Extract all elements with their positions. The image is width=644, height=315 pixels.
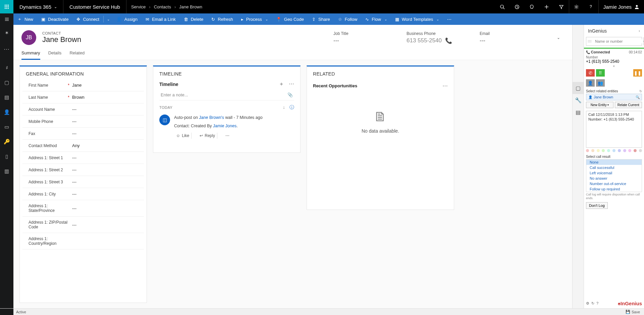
task-icon[interactable] bbox=[510, 0, 525, 13]
call-result-option[interactable]: No answer bbox=[586, 176, 642, 181]
panel-help-icon[interactable]: ? bbox=[596, 301, 598, 306]
email-value[interactable]: --- bbox=[480, 37, 485, 44]
related-entity[interactable]: 👤 Jane Brown 🔍 bbox=[586, 94, 642, 100]
delete-button[interactable]: 🗑Delete bbox=[180, 13, 208, 25]
attach-icon[interactable]: 📎 bbox=[287, 92, 293, 97]
sidebar-icon-5[interactable]: ▭ bbox=[0, 120, 13, 134]
related-entity-link[interactable]: Jane Brown bbox=[594, 95, 613, 99]
app-launcher[interactable] bbox=[0, 0, 13, 13]
deactivate-button[interactable]: ▣Deactivate bbox=[37, 13, 72, 25]
new-button[interactable]: ＋New bbox=[13, 13, 37, 25]
field-value[interactable]: --- bbox=[72, 167, 76, 172]
search-entity-icon[interactable]: 🔍 bbox=[636, 95, 640, 99]
crumb-service[interactable]: Service bbox=[131, 4, 146, 9]
tab-summary[interactable]: Summary bbox=[21, 48, 40, 60]
side-tab-2[interactable]: 🔧 bbox=[573, 94, 584, 106]
dialpad-icon[interactable]: ⁝⁝⁝ bbox=[586, 39, 593, 44]
field-value[interactable]: --- bbox=[72, 131, 76, 136]
related-more[interactable]: ⋯ bbox=[442, 83, 448, 89]
field-value[interactable]: --- bbox=[72, 155, 76, 160]
call-result-option[interactable]: Call successful bbox=[586, 165, 642, 170]
panel-collapse-icon[interactable]: › bbox=[639, 29, 640, 33]
sidebar-icon-3[interactable]: ▤ bbox=[0, 91, 13, 104]
field-value[interactable]: --- bbox=[72, 206, 76, 211]
crumb-current[interactable]: Jane Brown bbox=[179, 4, 202, 9]
panel-gear-icon[interactable]: ⚙ bbox=[586, 301, 589, 306]
crumb-contacts[interactable]: Contacts bbox=[154, 4, 171, 9]
reply-button[interactable]: ↩Reply bbox=[198, 133, 217, 139]
sidebar-icon-8[interactable]: ▥ bbox=[0, 165, 13, 178]
field-row[interactable]: Mobile Phone--- bbox=[22, 116, 144, 128]
field-row[interactable]: Account Name--- bbox=[22, 103, 144, 116]
field-row[interactable]: Address 1: ZIP/Postal Code--- bbox=[22, 217, 144, 233]
more-commands[interactable]: ⋯ bbox=[443, 13, 455, 25]
lightbulb-icon[interactable] bbox=[525, 0, 539, 13]
conference-button[interactable]: 👥 bbox=[596, 79, 605, 87]
user-menu[interactable]: Jamie Jones bbox=[598, 0, 644, 13]
call-result-option[interactable]: Number out-of-service bbox=[586, 181, 642, 186]
field-row[interactable]: Contact MethodAny bbox=[22, 140, 144, 152]
field-row[interactable]: Last NameBrown bbox=[22, 91, 144, 103]
email-link-button[interactable]: ✉Email a Link bbox=[142, 13, 180, 25]
hub-name[interactable]: Customer Service Hub bbox=[63, 0, 126, 13]
search-icon[interactable] bbox=[495, 0, 510, 13]
info-icon[interactable]: ⓘ bbox=[289, 104, 294, 110]
sidebar-more[interactable]: … bbox=[0, 41, 13, 54]
field-value[interactable]: --- bbox=[72, 222, 76, 227]
call-result-option[interactable]: Left voicemail bbox=[586, 170, 642, 176]
connect-dropdown[interactable]: ⌄ bbox=[104, 13, 112, 25]
phone-value[interactable]: 613 555-2540 bbox=[407, 37, 442, 44]
field-row[interactable]: First NameJane bbox=[22, 79, 144, 91]
job-title-value[interactable]: --- bbox=[333, 37, 339, 44]
nav-toggle[interactable] bbox=[0, 13, 13, 25]
add-icon[interactable] bbox=[539, 0, 554, 13]
tab-related[interactable]: Related bbox=[69, 48, 85, 60]
sidebar-icon-2[interactable]: ▢ bbox=[0, 76, 13, 89]
refresh-button[interactable]: ↻Refresh bbox=[207, 13, 237, 25]
field-row[interactable]: Address 1: Street 1--- bbox=[22, 152, 144, 164]
field-row[interactable]: Address 1: City--- bbox=[22, 188, 144, 200]
hold-button[interactable]: ❚❚ bbox=[633, 69, 642, 77]
hangup-button[interactable]: ✆ bbox=[586, 69, 595, 77]
assign-button[interactable]: 👤Assign bbox=[112, 13, 142, 25]
word-templates-button[interactable]: ▦Word Templates⌄ bbox=[391, 13, 443, 25]
timeline-add[interactable]: ＋ bbox=[279, 81, 284, 88]
help-icon[interactable]: ? bbox=[584, 0, 598, 13]
process-button[interactable]: ▸Process⌄ bbox=[237, 13, 272, 25]
expand-header[interactable]: ⌄ bbox=[553, 33, 564, 42]
field-row[interactable]: Address 1: Country/Region bbox=[22, 233, 144, 250]
tab-details[interactable]: Details bbox=[48, 48, 62, 60]
field-value[interactable]: --- bbox=[72, 179, 76, 184]
field-value[interactable]: --- bbox=[72, 119, 76, 124]
call-result-option[interactable]: Follow up required bbox=[586, 186, 642, 192]
brand[interactable]: Dynamics 365 ⌄ bbox=[13, 0, 63, 13]
like-button[interactable]: ☺Like bbox=[174, 133, 192, 139]
side-tab-1[interactable]: ▢ bbox=[573, 82, 584, 94]
transfer-button[interactable]: 👤 bbox=[586, 79, 595, 87]
call-result-option[interactable]: None bbox=[586, 160, 642, 165]
search-input[interactable] bbox=[593, 39, 643, 43]
sidebar-icon-6[interactable]: 🔑 bbox=[0, 135, 13, 148]
field-value[interactable]: Brown bbox=[72, 95, 85, 100]
side-tab-3[interactable]: ▤ bbox=[573, 106, 584, 118]
save-button[interactable]: 💾Save bbox=[626, 310, 640, 314]
field-value[interactable]: --- bbox=[72, 107, 76, 112]
refresh-entities-icon[interactable]: ↻ bbox=[639, 89, 642, 93]
connect-button[interactable]: ✥Connect bbox=[72, 13, 103, 25]
note-input[interactable]: Enter a note... 📎 bbox=[159, 90, 294, 100]
gear-icon[interactable] bbox=[569, 0, 584, 13]
sidebar-icon-7[interactable]: ▯ bbox=[0, 150, 13, 163]
new-entity-button[interactable]: New Entity▾ bbox=[586, 102, 613, 108]
field-row[interactable]: Address 1: Street 3--- bbox=[22, 176, 144, 188]
field-value[interactable]: Any bbox=[72, 143, 79, 148]
timeline-more[interactable]: ⋯ bbox=[289, 81, 294, 88]
geocode-button[interactable]: 📍Geo Code bbox=[272, 13, 308, 25]
phone-icon[interactable]: 📞 bbox=[445, 37, 452, 44]
field-row[interactable]: Address 1: Street 2--- bbox=[22, 164, 144, 176]
field-value[interactable]: --- bbox=[72, 191, 76, 196]
down-arrow-icon[interactable]: ↓ bbox=[283, 104, 285, 110]
flow-button[interactable]: ∿Flow⌄ bbox=[361, 13, 391, 25]
field-value[interactable]: Jane bbox=[72, 83, 82, 88]
panel-history-icon[interactable]: ↻ bbox=[591, 301, 594, 306]
sidebar-icon-1[interactable]: ♯ bbox=[0, 61, 13, 75]
